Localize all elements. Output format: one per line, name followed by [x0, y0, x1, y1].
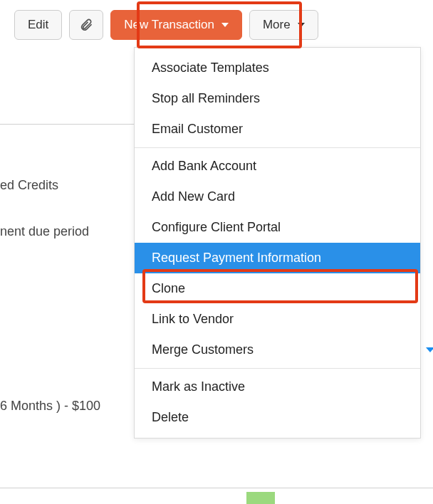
menu-item-configure-client-portal[interactable]: Configure Client Portal [135, 212, 420, 243]
green-bar-fragment [246, 492, 275, 504]
bg-text-plan-price: 6 Months ) - $100 [0, 399, 100, 414]
menu-item-stop-all-reminders[interactable]: Stop all Reminders [135, 83, 420, 114]
menu-item-email-customer[interactable]: Email Customer [135, 114, 420, 145]
more-button-label: More [263, 18, 291, 32]
chevron-down-icon [298, 23, 305, 27]
more-dropdown-menu: Associate TemplatesStop all RemindersEma… [134, 47, 421, 439]
menu-item-add-bank-account[interactable]: Add Bank Account [135, 151, 420, 182]
menu-item-mark-as-inactive[interactable]: Mark as Inactive [135, 372, 420, 402]
menu-separator [135, 147, 420, 148]
chevron-down-icon [426, 347, 433, 352]
more-button[interactable]: More [249, 10, 318, 40]
bg-text-due-period: nent due period [0, 224, 89, 239]
menu-item-associate-templates[interactable]: Associate Templates [135, 48, 420, 83]
edit-button[interactable]: Edit [14, 10, 62, 40]
paperclip-icon [79, 18, 93, 32]
divider [0, 124, 134, 125]
chevron-down-icon [221, 23, 229, 27]
menu-item-clone[interactable]: Clone [135, 273, 420, 304]
bg-text-credits: ed Credits [0, 178, 58, 193]
menu-separator [135, 368, 420, 369]
menu-item-delete[interactable]: Delete [135, 402, 420, 438]
menu-item-add-new-card[interactable]: Add New Card [135, 182, 420, 212]
menu-item-link-to-vendor[interactable]: Link to Vendor [135, 304, 420, 335]
toolbar: Edit New Transaction More [14, 10, 419, 40]
edit-button-label: Edit [28, 18, 48, 32]
menu-item-request-payment-information[interactable]: Request Payment Information [135, 243, 420, 273]
new-transaction-button[interactable]: New Transaction [110, 10, 242, 40]
menu-item-merge-customers[interactable]: Merge Customers [135, 335, 420, 365]
new-transaction-label: New Transaction [124, 18, 214, 32]
attach-button[interactable] [69, 10, 103, 40]
divider [0, 488, 433, 488]
